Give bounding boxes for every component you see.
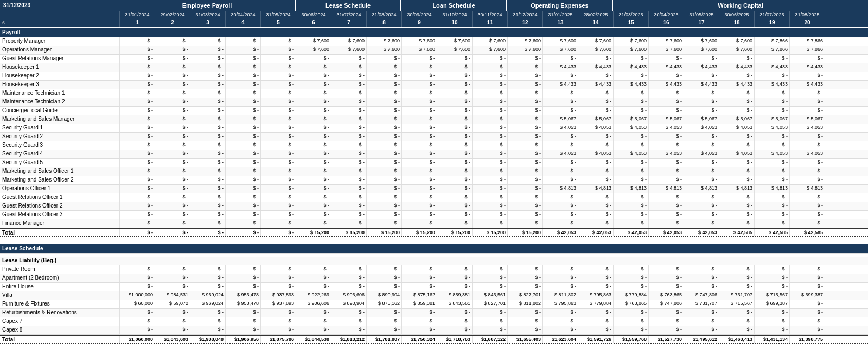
lease-cell-4-5: $ 906,606 — [296, 300, 331, 308]
lease-cell-6-19: $ - — [789, 317, 825, 326]
lease-total-cell-16: $1,495,612 — [684, 336, 719, 343]
payroll-cell-9-9: $ - — [437, 115, 472, 124]
working-capital-header: Working Capital — [613, 0, 868, 11]
payroll-cell-2-14: $ - — [613, 55, 648, 63]
section-header-row: 31/12/2023 Employee Payroll Lease Schedu… — [0, 0, 868, 11]
lease-cell-1-17: $ - — [719, 274, 754, 282]
payroll-total-cell-12: $ 42,053 — [542, 229, 578, 236]
payroll-cell-10-6: $ - — [331, 124, 366, 132]
payroll-cell-20-16: $ - — [684, 211, 719, 219]
payroll-cell-8-9: $ - — [437, 107, 472, 115]
payroll-cell-11-6: $ - — [331, 133, 366, 141]
lease-cell-3-5: $ 922,269 — [296, 291, 331, 300]
payroll-total-cell-4: $ - — [260, 229, 296, 236]
payroll-cell-8-16: $ - — [684, 107, 719, 115]
payroll-cell-10-13: $ 4,053 — [578, 124, 613, 132]
payroll-cell-7-16: $ - — [684, 98, 719, 106]
payroll-cell-13-10: $ - — [472, 150, 507, 158]
payroll-total-cell-16: $ 42,053 — [684, 229, 719, 236]
payroll-row-label: Housekeeper 2 — [0, 72, 119, 80]
payroll-cell-15-16: $ - — [684, 167, 719, 176]
lease-cell-3-8: $ 875,162 — [401, 291, 437, 300]
payroll-row-label: Maintenance Technician 1 — [0, 89, 119, 98]
payroll-cell-6-9: $ - — [437, 89, 472, 98]
lease-data-row: Apartment (2 Bedroom)$ -$ -$ -$ -$ -$ -$… — [0, 274, 868, 283]
lease-cell-3-6: $ 906,606 — [331, 291, 366, 300]
payroll-cell-4-5: $ - — [296, 72, 331, 80]
payroll-cell-9-2: $ - — [190, 115, 225, 124]
payroll-cell-6-4: $ - — [260, 89, 296, 98]
payroll-cell-16-3: $ - — [225, 176, 260, 184]
date-col-10: 31/10/2024 — [437, 11, 472, 18]
payroll-cell-14-1: $ - — [155, 159, 190, 167]
payroll-cell-1-16: $ 7,600 — [684, 46, 719, 54]
payroll-cell-6-15: $ - — [648, 89, 684, 98]
payroll-cell-4-13: $ - — [578, 72, 613, 80]
payroll-cell-5-7: $ - — [366, 81, 401, 89]
lease-cell-7-17: $ - — [719, 326, 754, 334]
lease-total-cell-12: $1,623,604 — [542, 336, 578, 343]
payroll-cell-15-8: $ - — [401, 167, 437, 176]
payroll-cell-12-9: $ - — [437, 141, 472, 150]
payroll-total-cell-5: $ 15,200 — [296, 229, 331, 236]
payroll-cell-19-4: $ - — [260, 202, 296, 210]
payroll-row-label: Housekeeper 3 — [0, 81, 119, 89]
payroll-cell-1-1: $ - — [155, 46, 190, 54]
payroll-cell-6-1: $ - — [155, 89, 190, 98]
lease-cell-0-8: $ - — [401, 265, 437, 274]
payroll-cell-1-13: $ 7,600 — [578, 46, 613, 54]
payroll-cell-16-9: $ - — [437, 176, 472, 184]
payroll-cell-8-1: $ - — [155, 107, 190, 115]
payroll-cell-20-2: $ - — [190, 211, 225, 219]
payroll-cell-13-19: $ 4,053 — [789, 150, 825, 158]
payroll-cell-19-6: $ - — [331, 202, 366, 210]
lease-cell-6-1: $ - — [155, 317, 190, 326]
lease-cell-4-15: $ 747,806 — [648, 300, 684, 308]
payroll-cell-3-18: $ 4,433 — [754, 63, 789, 72]
num-col-10: 10 — [437, 18, 472, 27]
payroll-cell-10-3: $ - — [225, 124, 260, 132]
payroll-cell-1-4: $ - — [260, 46, 296, 54]
payroll-cell-18-18: $ - — [754, 193, 789, 202]
lease-cell-4-18: $ 699,387 — [754, 300, 789, 308]
payroll-cell-20-18: $ - — [754, 211, 789, 219]
num-col-19: 19 — [754, 18, 789, 27]
payroll-cell-2-11: $ - — [507, 55, 542, 63]
payroll-cell-13-11: $ - — [507, 150, 542, 158]
payroll-cell-9-17: $ 5,067 — [719, 115, 754, 124]
payroll-cell-2-3: $ - — [225, 55, 260, 63]
lease-cell-4-7: $ 875,162 — [366, 300, 401, 308]
lease-cell-2-2: $ - — [190, 283, 225, 291]
payroll-cell-2-9: $ - — [437, 55, 472, 63]
lease-cell-1-13: $ - — [578, 274, 613, 282]
payroll-cell-9-3: $ - — [225, 115, 260, 124]
payroll-data-row: Security Guard 1$ -$ -$ -$ -$ -$ -$ -$ -… — [0, 124, 868, 133]
lease-cell-0-14: $ - — [613, 265, 648, 274]
lease-cell-7-12: $ - — [542, 326, 578, 334]
payroll-cell-15-15: $ - — [648, 167, 684, 176]
payroll-cell-9-13: $ 5,067 — [578, 115, 613, 124]
payroll-cell-7-8: $ - — [401, 98, 437, 106]
lease-cell-0-12: $ - — [542, 265, 578, 274]
payroll-cell-17-7: $ - — [366, 185, 401, 193]
payroll-cell-16-17: $ - — [719, 176, 754, 184]
payroll-cell-10-16: $ 4,053 — [684, 124, 719, 132]
payroll-row-label: Operations Manager — [0, 46, 119, 54]
payroll-cell-21-15: $ - — [648, 219, 684, 228]
payroll-cell-7-0: $ - — [119, 98, 155, 106]
lease-cell-7-5: $ - — [296, 326, 331, 334]
payroll-cell-5-3: $ - — [225, 81, 260, 89]
lease-cell-5-14: $ - — [613, 309, 648, 317]
payroll-cell-8-11: $ - — [507, 107, 542, 115]
lease-cell-4-10: $ 827,701 — [472, 300, 507, 308]
num-col-8: 8 — [366, 18, 401, 27]
payroll-cell-14-11: $ - — [507, 159, 542, 167]
lease-cell-1-4: $ - — [260, 274, 296, 282]
payroll-cell-14-9: $ - — [437, 159, 472, 167]
payroll-row-label: Security Guard 2 — [0, 133, 119, 141]
payroll-cell-20-9: $ - — [437, 211, 472, 219]
payroll-row-label: Finance Manager — [0, 219, 119, 228]
payroll-cell-11-14: $ - — [613, 133, 648, 141]
payroll-cell-9-4: $ - — [260, 115, 296, 124]
payroll-cell-18-6: $ - — [331, 193, 366, 202]
